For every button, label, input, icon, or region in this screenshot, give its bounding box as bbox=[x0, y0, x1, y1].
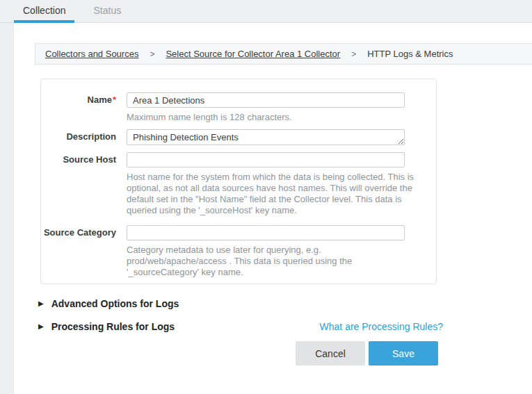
main-content: Collectors and Sources > Select Source f… bbox=[14, 23, 532, 394]
cancel-button[interactable]: Cancel bbox=[296, 341, 365, 366]
name-field-row: Name* Maximum name length is 128 charact… bbox=[41, 92, 436, 123]
source-category-input[interactable] bbox=[127, 225, 405, 240]
breadcrumb-separator: > bbox=[150, 49, 154, 59]
source-host-field-row: Source Host Host name for the system fro… bbox=[41, 152, 436, 216]
name-input[interactable] bbox=[127, 92, 405, 108]
name-label-text: Name bbox=[88, 95, 112, 105]
advanced-options-title: Advanced Options for Logs bbox=[51, 298, 179, 309]
breadcrumb-select-source-link[interactable]: Select Source for Collector Area 1 Colle… bbox=[166, 49, 340, 59]
source-host-label: Source Host bbox=[41, 152, 127, 216]
breadcrumb-collectors-and-sources-link[interactable]: Collectors and Sources bbox=[45, 49, 138, 59]
save-button[interactable]: Save bbox=[369, 341, 438, 366]
tab-collection[interactable]: Collection bbox=[14, 0, 74, 22]
tab-status[interactable]: Status bbox=[84, 0, 130, 22]
processing-rules-section-toggle[interactable]: ▶ Processing Rules for Logs bbox=[38, 321, 175, 332]
source-host-control: Host name for the system from which the … bbox=[127, 152, 426, 216]
description-field-row: Description Phishing Detection Events bbox=[41, 129, 436, 145]
description-label: Description bbox=[41, 129, 127, 145]
breadcrumb-separator: > bbox=[351, 49, 356, 59]
source-host-help-text: Host name for the system from which the … bbox=[127, 172, 419, 216]
breadcrumb-current-page: HTTP Logs & Metrics bbox=[367, 49, 453, 59]
source-category-control: Category metadata to use later for query… bbox=[127, 225, 426, 278]
name-help-text: Maximum name length is 128 characters. bbox=[127, 112, 419, 123]
description-control: Phishing Detection Events bbox=[127, 129, 426, 145]
tab-collection-label: Collection bbox=[23, 5, 65, 16]
tab-bar: Collection Status bbox=[0, 0, 532, 23]
expand-arrow-icon: ▶ bbox=[38, 321, 44, 332]
source-category-help-text: Category metadata to use later for query… bbox=[127, 245, 419, 278]
source-category-field-row: Source Category Category metadata to use… bbox=[41, 225, 436, 278]
breadcrumb: Collectors and Sources > Select Source f… bbox=[35, 43, 532, 65]
source-category-label: Source Category bbox=[41, 225, 127, 278]
form-actions: Cancel Save bbox=[14, 341, 438, 366]
processing-rules-section-row: ▶ Processing Rules for Logs What are Pro… bbox=[38, 321, 443, 332]
what-are-processing-rules-link[interactable]: What are Processing Rules? bbox=[320, 321, 443, 332]
required-asterisk: * bbox=[113, 95, 116, 105]
advanced-options-section-toggle[interactable]: ▶ Advanced Options for Logs bbox=[38, 298, 532, 309]
source-form-panel: Name* Maximum name length is 128 charact… bbox=[40, 79, 437, 284]
name-label: Name* bbox=[41, 92, 127, 123]
tab-status-label: Status bbox=[93, 5, 121, 16]
expand-arrow-icon: ▶ bbox=[38, 298, 44, 309]
processing-rules-title: Processing Rules for Logs bbox=[51, 321, 175, 332]
description-textarea[interactable]: Phishing Detection Events bbox=[127, 129, 405, 145]
left-gutter bbox=[0, 23, 14, 394]
name-control: Maximum name length is 128 characters. bbox=[127, 92, 426, 123]
source-host-input[interactable] bbox=[127, 152, 405, 167]
page-body: Collectors and Sources > Select Source f… bbox=[0, 23, 532, 394]
